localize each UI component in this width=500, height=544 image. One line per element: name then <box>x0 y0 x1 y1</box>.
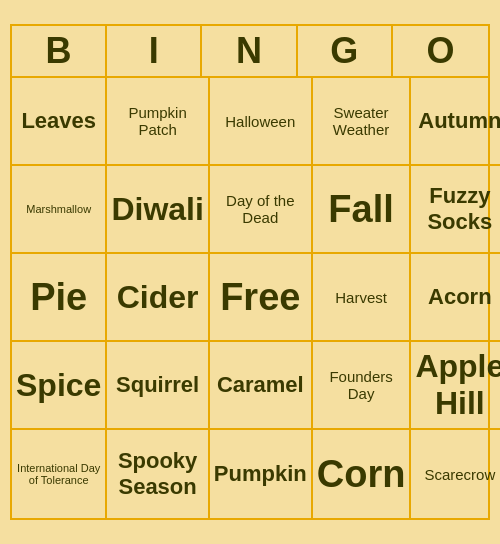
bingo-cell-10[interactable]: Pie <box>12 254 107 342</box>
cell-text-3: Sweater Weather <box>317 104 406 138</box>
bingo-cell-16[interactable]: Squirrel <box>107 342 209 430</box>
cell-text-6: Diwali <box>111 191 203 228</box>
cell-text-22: Pumpkin <box>214 461 307 487</box>
bingo-cell-7[interactable]: Day of the Dead <box>210 166 313 254</box>
cell-text-16: Squirrel <box>116 372 199 398</box>
bingo-header: BINGO <box>12 26 488 78</box>
bingo-cell-18[interactable]: Founders Day <box>313 342 412 430</box>
bingo-grid: LeavesPumpkin PatchHalloweenSweater Weat… <box>12 78 488 518</box>
bingo-cell-14[interactable]: Acorn <box>411 254 500 342</box>
cell-text-17: Caramel <box>217 372 304 398</box>
bingo-cell-0[interactable]: Leaves <box>12 78 107 166</box>
cell-text-19: Apple Hill <box>415 348 500 422</box>
cell-text-15: Spice <box>16 367 101 404</box>
bingo-cell-2[interactable]: Halloween <box>210 78 313 166</box>
cell-text-23: Corn <box>317 453 406 496</box>
cell-text-18: Founders Day <box>317 368 406 402</box>
bingo-cell-23[interactable]: Corn <box>313 430 412 518</box>
header-letter-o: O <box>393 26 488 76</box>
bingo-cell-6[interactable]: Diwali <box>107 166 209 254</box>
header-letter-b: B <box>12 26 107 76</box>
cell-text-2: Halloween <box>225 113 295 130</box>
bingo-card: BINGO LeavesPumpkin PatchHalloweenSweate… <box>10 24 490 520</box>
bingo-cell-11[interactable]: Cider <box>107 254 209 342</box>
bingo-cell-4[interactable]: Autumn <box>411 78 500 166</box>
cell-text-4: Autumn <box>418 108 500 134</box>
bingo-cell-1[interactable]: Pumpkin Patch <box>107 78 209 166</box>
header-letter-g: G <box>298 26 393 76</box>
cell-text-10: Pie <box>30 276 87 319</box>
cell-text-21: Spooky Season <box>111 448 203 500</box>
cell-text-24: Scarecrow <box>424 466 495 483</box>
bingo-cell-9[interactable]: Fuzzy Socks <box>411 166 500 254</box>
bingo-cell-15[interactable]: Spice <box>12 342 107 430</box>
cell-text-9: Fuzzy Socks <box>415 183 500 235</box>
bingo-cell-3[interactable]: Sweater Weather <box>313 78 412 166</box>
bingo-cell-17[interactable]: Caramel <box>210 342 313 430</box>
bingo-cell-22[interactable]: Pumpkin <box>210 430 313 518</box>
bingo-cell-24[interactable]: Scarecrow <box>411 430 500 518</box>
bingo-cell-21[interactable]: Spooky Season <box>107 430 209 518</box>
bingo-cell-8[interactable]: Fall <box>313 166 412 254</box>
header-letter-n: N <box>202 26 297 76</box>
cell-text-0: Leaves <box>21 108 96 134</box>
bingo-cell-19[interactable]: Apple Hill <box>411 342 500 430</box>
cell-text-11: Cider <box>117 279 199 316</box>
cell-text-8: Fall <box>328 188 393 231</box>
cell-text-1: Pumpkin Patch <box>111 104 203 138</box>
cell-text-14: Acorn <box>428 284 492 310</box>
cell-text-13: Harvest <box>335 289 387 306</box>
bingo-cell-5[interactable]: Marshmallow <box>12 166 107 254</box>
bingo-cell-12[interactable]: Free <box>210 254 313 342</box>
cell-text-20: International Day of Tolerance <box>16 462 101 486</box>
cell-text-12: Free <box>220 276 300 319</box>
bingo-cell-13[interactable]: Harvest <box>313 254 412 342</box>
header-letter-i: I <box>107 26 202 76</box>
bingo-cell-20[interactable]: International Day of Tolerance <box>12 430 107 518</box>
cell-text-7: Day of the Dead <box>214 192 307 226</box>
cell-text-5: Marshmallow <box>26 203 91 215</box>
